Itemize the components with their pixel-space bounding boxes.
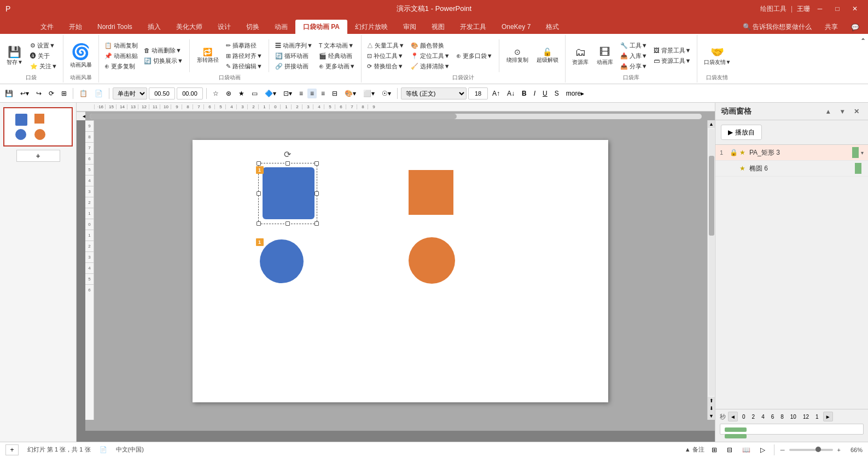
btn-tool[interactable]: 🔧 工具▼: [618, 41, 650, 50]
btn-select-clear[interactable]: 🧹 选择清除▼: [409, 62, 452, 71]
btn-color-replace[interactable]: 🎨 颜色替换: [409, 41, 452, 50]
minimize-button[interactable]: ─: [812, 3, 828, 14]
bold-btn[interactable]: B: [519, 89, 529, 98]
btn-locate-tool[interactable]: 📍 定位工具▼: [409, 51, 452, 61]
tab-animation[interactable]: 动画: [267, 20, 295, 34]
share-label[interactable]: 共享: [820, 20, 842, 34]
shape-orange-circle[interactable]: [409, 237, 455, 284]
btn-bg-tool[interactable]: 🖼 背景工具▼: [651, 46, 694, 55]
anim-item-2[interactable]: ★ 椭圆 6: [715, 161, 868, 177]
view-sort-btn[interactable]: ⊟: [724, 445, 735, 455]
btn-resource-tool[interactable]: 🗃 资源工具▼: [651, 56, 694, 66]
btn-animation-storm[interactable]: 🌀 动画风暴: [67, 36, 95, 75]
color-fill-btn[interactable]: 🎨▾: [342, 89, 359, 98]
maximize-button[interactable]: □: [830, 3, 845, 14]
btn-vector-tool[interactable]: △ 矢量工具▼: [365, 41, 407, 50]
btn-more-pocket[interactable]: ⊕ 更多口袋▼: [454, 51, 495, 61]
tab-view[interactable]: 视图: [424, 20, 452, 34]
zoom-slider[interactable]: [789, 449, 833, 451]
vscroll-down-btn[interactable]: ▼: [708, 412, 715, 420]
hscroll-thumb[interactable]: [90, 114, 457, 119]
delay-input[interactable]: [149, 87, 175, 99]
view-presentation-btn[interactable]: ▷: [758, 445, 768, 455]
refresh-btn[interactable]: ⟳: [46, 89, 57, 98]
effect-btn[interactable]: ⊛: [223, 89, 234, 98]
shape-btn[interactable]: ★: [236, 89, 247, 98]
btn-anim-delete[interactable]: 🗑 动画删除▼: [142, 46, 185, 55]
hscroll-track[interactable]: [90, 114, 702, 119]
vscroll-page-up-btn[interactable]: ⬆: [708, 397, 715, 405]
underline-btn[interactable]: U: [540, 89, 550, 98]
btn-about[interactable]: 🅐 关于: [28, 51, 60, 61]
slide-content[interactable]: ⟳ 1 1: [193, 140, 608, 402]
btn-anim-paste[interactable]: 📌 动画粘贴: [102, 51, 140, 61]
btn-transition-show[interactable]: 🔄 切换展示▼: [142, 56, 185, 66]
zoom-out-icon[interactable]: ─: [780, 447, 785, 453]
tab-transition[interactable]: 切换: [238, 20, 267, 34]
shape-blue-circle[interactable]: [260, 239, 304, 283]
italic-btn[interactable]: I: [531, 89, 538, 98]
btn-more-anim[interactable]: ⊕ 更多动画▼: [317, 62, 358, 71]
comment-icon[interactable]: 💬: [847, 21, 864, 33]
slide-thumbnail-1[interactable]: [3, 107, 73, 147]
timeline-nav-left[interactable]: ◄: [728, 412, 738, 421]
vscroll-thumb[interactable]: [709, 156, 714, 236]
btn-share-library[interactable]: 📤 分享▼: [618, 62, 650, 71]
align-center-btn[interactable]: ≡: [307, 89, 317, 98]
btn-resource-library[interactable]: 🗂 资源库: [569, 36, 592, 75]
vscroll-track[interactable]: [709, 129, 714, 396]
distribute-btn[interactable]: ⊟: [329, 89, 340, 98]
tab-design[interactable]: 设计: [210, 20, 238, 34]
zoom-in-icon[interactable]: +: [837, 447, 841, 453]
view-normal-btn[interactable]: ⊞: [709, 445, 720, 455]
btn-surround-copy[interactable]: ⊙ 绕排复制: [503, 36, 532, 75]
shadow-text-btn[interactable]: S: [552, 89, 562, 98]
tab-start[interactable]: 开始: [61, 20, 90, 34]
font-name-select[interactable]: 等线 (正文): [401, 87, 467, 99]
redo-btn[interactable]: ↪: [33, 89, 44, 98]
handle-bl[interactable]: [257, 221, 261, 226]
paste-format-btn[interactable]: 📄: [92, 89, 106, 98]
strikethrough-btn[interactable]: more▸: [563, 89, 587, 98]
tab-onekey[interactable]: OneKey 7: [494, 20, 538, 34]
slide-canvas[interactable]: 9 8 7 6 5 4 3 2 1 0 1 2 3 4 5 6: [85, 112, 715, 431]
border-btn[interactable]: ⬜▾: [360, 89, 377, 98]
effect2-btn[interactable]: ☉▾: [379, 89, 394, 98]
align-left-btn[interactable]: ≡: [296, 89, 306, 98]
tab-file[interactable]: 文件: [33, 20, 61, 34]
anim-item-1[interactable]: 1 🔒 ★ PA_矩形 3 ▾: [715, 145, 868, 161]
btn-super-unlock[interactable]: 🔓 超级解锁: [533, 36, 562, 75]
shape-orange-rect[interactable]: [409, 170, 453, 215]
btn-classic-anim[interactable]: 🎬 经典动画: [317, 51, 358, 61]
star-btn[interactable]: ☆: [210, 89, 222, 98]
btn-settings[interactable]: ⚙ 设置▼: [28, 41, 60, 50]
tab-slideshow[interactable]: 幻灯片放映: [347, 20, 395, 34]
backup-label[interactable]: ▲ 备注: [685, 446, 704, 454]
btn-fill-tool[interactable]: ⊡ 补位工具▼: [365, 51, 407, 61]
tab-pocket-animation[interactable]: 口袋动画 PA: [295, 20, 347, 34]
btn-animation-library[interactable]: 🎞 动画库: [593, 36, 616, 75]
panel-scroll-up-btn[interactable]: ▴: [822, 106, 834, 118]
play-from-btn[interactable]: ▶ 播放自: [721, 125, 762, 140]
handle-tr[interactable]: [314, 161, 319, 166]
rotation-handle[interactable]: ⟳: [283, 149, 292, 158]
tab-insert[interactable]: 插入: [140, 20, 168, 34]
btn-save-smart[interactable]: 💾 智存▼: [3, 36, 26, 75]
btn-splice-anim[interactable]: 🔗 拼接动画: [273, 62, 315, 71]
zoom-thumb[interactable]: [815, 447, 821, 452]
undo-btn[interactable]: ↩▾: [18, 89, 32, 98]
vscroll-up-btn[interactable]: ▲: [708, 120, 715, 128]
duration-input[interactable]: [177, 87, 203, 99]
panel-close-btn[interactable]: ✕: [850, 106, 863, 118]
pointer-btn[interactable]: ⊞: [59, 89, 69, 98]
vscroll-page-dn-btn[interactable]: ⬇: [708, 405, 715, 412]
btn-text-anim[interactable]: T 文本动画▼: [317, 41, 358, 50]
timeline-nav-right[interactable]: ►: [823, 412, 833, 421]
panel-scroll-down-btn[interactable]: ▾: [836, 106, 848, 118]
btn-anim-sequence[interactable]: ☰ 动画序列▼: [273, 41, 315, 50]
tab-nordri[interactable]: Nordri Tools: [90, 20, 140, 34]
arrange-btn[interactable]: ⊡▾: [281, 89, 295, 98]
shape-blue-rect[interactable]: [263, 167, 314, 219]
copy-format-btn[interactable]: 📋: [77, 89, 90, 98]
search-label[interactable]: 🔍 告诉我你想要做什么: [738, 20, 816, 34]
